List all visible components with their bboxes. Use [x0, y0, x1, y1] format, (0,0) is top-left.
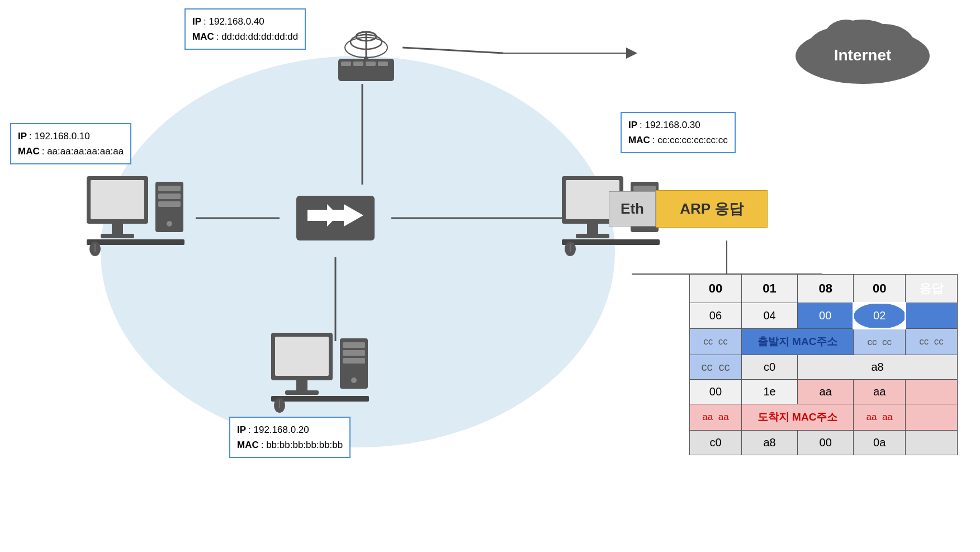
svg-rect-28: [112, 224, 123, 234]
header-00: 00: [690, 275, 742, 303]
dst-aa4: aa aa: [854, 404, 906, 431]
arp-row-dst-mac-row1: 00 1e aa aa: [690, 380, 958, 404]
src-cc-cc: cc cc: [690, 355, 742, 380]
header-00b: 00: [854, 275, 906, 303]
dst-aa-empty: [906, 380, 958, 404]
svg-line-4: [403, 48, 503, 53]
svg-rect-29: [101, 234, 134, 238]
src-cc3: cc cc: [906, 329, 958, 355]
src-a8: a8: [798, 355, 958, 380]
bottom-pc-info-box: IP: 192.168.0.20 MAC: bb:bb:bb:bb:bb:bb: [229, 417, 351, 458]
router-ip-value: : 192.168.0.40: [203, 16, 264, 27]
arp-row-dst-mac-header: aa aa 도착지 MAC주소 aa aa: [690, 404, 958, 431]
left-mac-value: : aa:aa:aa:aa:aa:aa: [42, 146, 124, 157]
arp-response-label: ARP 응답: [656, 190, 768, 228]
network-switch: [291, 179, 380, 260]
router-device: [335, 28, 397, 89]
svg-rect-43: [587, 224, 598, 234]
left-pc-info-box: IP: 192.168.0.10 MAC: aa:aa:aa:aa:aa:aa: [10, 123, 131, 164]
svg-rect-55: [296, 380, 307, 390]
left-mac-key: MAC: [18, 146, 40, 157]
last-a8: a8: [741, 431, 797, 455]
dst-aa1: aa: [798, 380, 854, 404]
cell-06: 06: [690, 303, 742, 329]
svg-rect-62: [271, 396, 369, 402]
svg-rect-35: [87, 239, 184, 245]
right-mac-key: MAC: [628, 135, 650, 145]
svg-rect-32: [158, 194, 181, 199]
dst-aa3: aa aa: [690, 404, 742, 431]
src-cc2: cc cc: [854, 329, 906, 355]
response-badge: 응답: [906, 275, 958, 303]
svg-marker-6: [626, 48, 637, 59]
svg-rect-20: [378, 62, 388, 66]
internet-cloud: Internet: [790, 6, 935, 86]
src-c0: c0: [741, 355, 797, 380]
svg-rect-44: [576, 234, 609, 238]
svg-point-25: [364, 56, 368, 61]
arp-table: 00 01 08 00 응답 06 04 00 02 cc cc 출발지 MAC…: [689, 274, 958, 455]
right-pc-info-box: IP: 192.168.0.30 MAC: cc:cc:cc:cc:cc:cc: [621, 112, 736, 153]
svg-rect-31: [158, 186, 181, 191]
arp-table-header-row: 00 01 08 00 응답: [690, 275, 958, 303]
bottom-ip-value: : 192.168.0.20: [248, 424, 309, 435]
right-ip-value: : 192.168.0.30: [640, 120, 700, 130]
svg-rect-18: [353, 62, 363, 66]
router-info-box: IP: 192.168.0.40 MAC: dd:dd:dd:dd:dd:dd: [184, 8, 306, 50]
svg-point-34: [167, 221, 172, 227]
last-00: 00: [798, 431, 854, 455]
svg-rect-33: [158, 201, 181, 207]
svg-rect-58: [343, 342, 365, 348]
svg-rect-54: [275, 337, 329, 376]
left-ip-value: : 192.168.0.10: [29, 131, 90, 141]
svg-rect-59: [343, 350, 365, 356]
dst-1e: 1e: [741, 380, 797, 404]
arp-row-last: c0 a8 00 0a: [690, 431, 958, 455]
svg-rect-56: [285, 390, 319, 395]
arp-packet-label: Eth ARP 응답: [609, 190, 768, 228]
header-08: 08: [798, 275, 854, 303]
left-pc: [84, 173, 190, 265]
last-empty: [906, 431, 958, 455]
arp-row-1: 06 04 00 02: [690, 303, 958, 329]
svg-point-61: [351, 378, 357, 383]
arp-row-src-mac-data: cc cc c0 a8: [690, 355, 958, 380]
router-ip-key: IP: [192, 16, 201, 27]
cell-empty-blue: [906, 303, 958, 329]
arp-row-src-mac-header: cc cc 출발지 MAC주소 cc cc cc cc: [690, 329, 958, 355]
dst-00: 00: [690, 380, 742, 404]
last-c0: c0: [690, 431, 742, 455]
cell-00-blue: 00: [798, 303, 854, 329]
bottom-ip-key: IP: [237, 424, 246, 435]
router-mac-value: : dd:dd:dd:dd:dd:dd: [216, 31, 299, 42]
cell-02-circled: 02: [854, 303, 906, 329]
bottom-mac-key: MAC: [237, 440, 259, 450]
src-cc1: cc cc: [690, 329, 742, 355]
svg-rect-19: [366, 62, 376, 66]
router-mac-key: MAC: [192, 31, 214, 42]
right-mac-value: : cc:cc:cc:cc:cc:cc: [652, 135, 728, 145]
src-mac-label: 출발지 MAC주소: [741, 329, 853, 355]
right-ip-key: IP: [628, 120, 637, 130]
left-ip-key: IP: [18, 131, 27, 141]
svg-rect-50: [562, 239, 660, 245]
svg-rect-60: [343, 358, 365, 364]
last-0a: 0a: [854, 431, 906, 455]
bottom-pc: [268, 330, 375, 422]
dst-mac-label: 도착지 MAC주소: [741, 404, 853, 431]
svg-text:Internet: Internet: [834, 46, 892, 64]
eth-label: Eth: [609, 191, 656, 227]
dst-aa-empty2: [906, 404, 958, 431]
bottom-mac-value: : bb:bb:bb:bb:bb:bb: [261, 440, 343, 450]
svg-rect-17: [341, 62, 351, 66]
svg-rect-27: [91, 180, 144, 219]
header-01: 01: [741, 275, 797, 303]
cell-04: 04: [741, 303, 797, 329]
dst-aa2: aa: [854, 380, 906, 404]
